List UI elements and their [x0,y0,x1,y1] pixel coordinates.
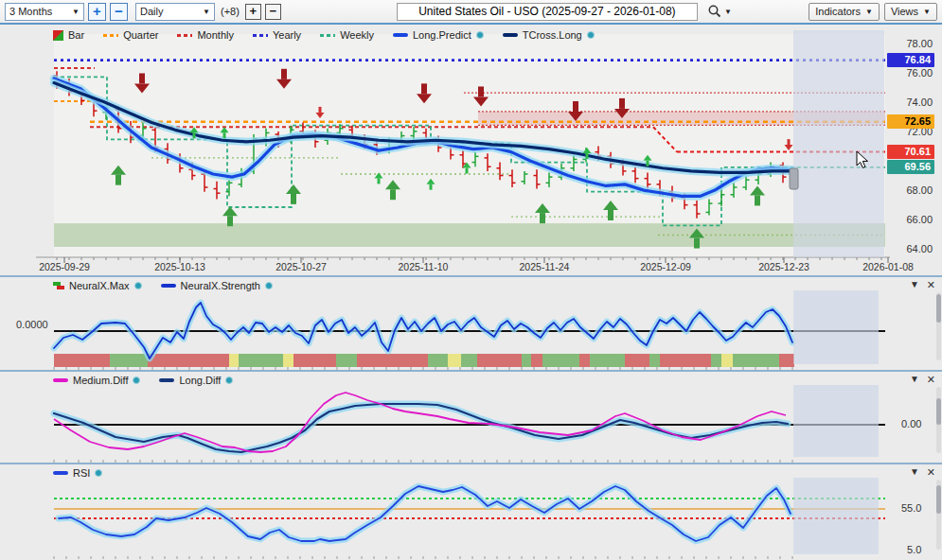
price-band [54,223,885,247]
x-axis-date-label: 2025-12-23 [744,261,824,272]
long-diff-line [54,404,788,452]
forecast-region [793,478,879,554]
x-axis-date-label: 2026-01-08 [848,261,928,272]
info-icon[interactable] [265,282,273,289]
legend-label: Long.Diff [179,375,221,386]
legend-label: Bar [68,29,84,41]
y-axis-price-label: 64.00 [889,243,933,254]
chevron-down-icon: ▼ [923,8,931,16]
views-button-label: Views [891,6,918,17]
price-legend-item-long-predict[interactable]: Long.Predict [393,29,484,41]
legend-label: Yearly [273,29,301,41]
views-button[interactable]: Views ▼ [884,3,937,21]
info-icon[interactable] [476,31,484,39]
x-axis-date-label: 2025-10-13 [140,261,220,272]
forecast-region [793,385,879,457]
info-icon[interactable] [95,469,102,477]
y-axis-price-label: 74.00 [889,96,933,108]
period-select[interactable]: Daily ▼ [135,3,215,21]
panel-scrollbar[interactable] [936,480,941,550]
collapse-panel-button[interactable]: ▼ [910,466,919,478]
diff-legend-item-medium-diff[interactable]: Medium.Diff [53,375,140,386]
info-icon[interactable] [133,376,140,384]
search-control[interactable]: ▼ [707,4,732,19]
range-select[interactable]: 3 Months ▼ [5,3,84,21]
rsi-level-label-55: 55.0 [901,502,921,514]
rsi-panel: RSI 55.0 5.0 ▼ ✕ [0,464,942,560]
panel-scrollbar[interactable] [936,387,941,453]
rsi-legend: RSI [53,467,102,479]
legend-label: TCross.Long [523,29,582,41]
price-legend-item-yearly[interactable]: Yearly [253,29,301,41]
price-legend-item-quarter[interactable]: Quarter [103,29,158,41]
line-swatch-icon [161,284,176,288]
legend-label: NeuralX.Max [69,280,130,291]
line-swatch-icon [503,33,518,37]
indicators-button[interactable]: Indicators ▼ [809,3,880,21]
period-select-value: Daily [140,6,163,17]
range-select-value: 3 Months [9,6,52,17]
chevron-down-icon[interactable]: ▼ [724,8,732,16]
price-chart-legend: BarQuarterMonthlyYearlyWeeklyLong.Predic… [53,29,595,41]
toolbar: 3 Months ▼ + − Daily ▼ (+8) + − ▼ Indica… [0,0,942,25]
diff-legend: Medium.DiffLong.Diff [53,375,233,386]
price-legend-item-weekly[interactable]: Weekly [320,29,374,41]
diff-legend-item-long-diff[interactable]: Long.Diff [159,375,233,386]
dashed-line-swatch-icon [320,34,335,37]
search-icon[interactable] [707,4,722,19]
info-icon[interactable] [134,282,142,289]
chevron-down-icon: ▼ [72,8,80,16]
price-level-badge: 76.84 [887,53,934,67]
bars-minus-button[interactable]: − [265,4,281,20]
drag-handle[interactable] [790,168,798,189]
info-icon[interactable] [587,31,595,39]
forecast-region [793,290,879,364]
line-swatch-icon [53,471,68,475]
y-axis-price-label: 66.00 [889,214,933,225]
rsi-line [59,486,791,541]
rsi-level-label-5: 5.0 [907,544,921,555]
bottom-ticks [54,556,792,559]
price-legend-item-tcross-long[interactable]: TCross.Long [503,29,595,41]
zoom-out-button[interactable]: − [110,3,128,21]
dashed-line-swatch-icon [253,34,268,37]
zoom-in-button[interactable]: + [88,3,106,21]
forecast-region [793,30,884,257]
neuralx-legend-item-neuralx-max[interactable]: NeuralX.Max [53,280,142,291]
legend-label: Weekly [340,29,374,41]
dashed-line-swatch-icon [103,34,118,37]
price-legend-item-bar[interactable]: Bar [53,29,84,41]
close-panel-button[interactable]: ✕ [927,374,935,385]
legend-label: NeuralX.Strength [181,280,260,291]
price-chart-panel: BarQuarterMonthlyYearlyWeeklyLong.Predic… [0,26,942,275]
close-panel-button[interactable]: ✕ [927,466,935,478]
bars-plus-button[interactable]: + [245,4,261,20]
rsi-canvas [0,464,942,560]
dashed-line-swatch-icon [177,34,192,37]
chevron-down-icon: ▼ [203,8,210,16]
info-icon[interactable] [225,376,233,384]
histogram-swatch-icon [53,282,64,290]
close-panel-button[interactable]: ✕ [927,279,935,290]
diff-zero-label: 0.00 [901,418,921,429]
legend-label: Long.Predict [413,29,471,41]
y-axis-price-label: 68.00 [889,184,933,196]
line-swatch-icon [159,378,174,382]
panel-scrollbar[interactable] [936,292,941,360]
price-chart-canvas [0,26,942,275]
collapse-panel-button[interactable]: ▼ [910,374,919,385]
price-level-badge: 70.61 [887,145,934,159]
price-legend-item-monthly[interactable]: Monthly [177,29,234,41]
neuralx-legend: NeuralX.MaxNeuralX.Strength [53,280,273,291]
x-axis-date-label: 2025-11-24 [505,261,584,272]
rsi-legend-item-rsi[interactable]: RSI [53,467,102,479]
x-axis-date-label: 2025-10-27 [261,261,341,272]
symbol-title-input[interactable] [397,3,698,21]
neuralx-zero-label: 0.0000 [16,319,48,330]
collapse-panel-button[interactable]: ▼ [910,279,919,290]
x-axis-date-label: 2025-11-10 [383,261,463,272]
legend-label: Monthly [197,29,234,41]
neuralx-legend-item-neuralx-strength[interactable]: NeuralX.Strength [161,280,273,291]
chart-application: 3 Months ▼ + − Daily ▼ (+8) + − ▼ Indica… [0,0,942,560]
legend-label: RSI [73,467,90,479]
